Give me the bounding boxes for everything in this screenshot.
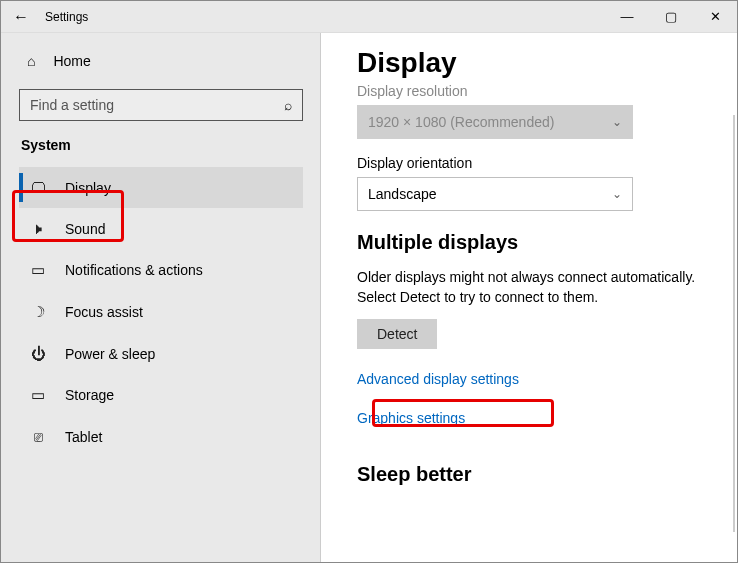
sidebar-home-label: Home [53,53,90,69]
sidebar-item-display[interactable]: 🖵 Display [19,167,303,208]
orientation-dropdown[interactable]: Landscape ⌄ [357,177,633,211]
sidebar-item-label: Focus assist [65,304,143,320]
sidebar: ⌂ Home ⌕ System 🖵 Display 🕨 Sound ▭ Noti… [1,33,321,562]
sleep-better-heading: Sleep better [357,463,709,486]
sidebar-item-storage[interactable]: ▭ Storage [19,374,303,416]
sidebar-item-sound[interactable]: 🕨 Sound [19,208,303,249]
resolution-label: Display resolution [357,83,709,99]
title-bar: ← Settings — ▢ ✕ [1,1,737,33]
search-input[interactable] [30,97,284,113]
graphics-settings-link[interactable]: Graphics settings [357,410,465,426]
sidebar-category: System [21,137,303,153]
multiple-displays-text: Older displays might not always connect … [357,268,709,307]
chevron-down-icon: ⌄ [612,187,622,201]
window-title: Settings [41,10,605,24]
display-icon: 🖵 [29,179,47,196]
resolution-dropdown[interactable]: 1920 × 1080 (Recommended) ⌄ [357,105,633,139]
minimize-button[interactable]: — [605,9,649,24]
power-icon: ⏻ [29,345,47,362]
sidebar-item-label: Power & sleep [65,346,155,362]
chevron-down-icon: ⌄ [612,115,622,129]
sidebar-item-label: Tablet [65,429,102,445]
advanced-display-link[interactable]: Advanced display settings [357,371,519,387]
sidebar-item-power-sleep[interactable]: ⏻ Power & sleep [19,333,303,374]
sidebar-item-notifications[interactable]: ▭ Notifications & actions [19,249,303,291]
close-button[interactable]: ✕ [693,9,737,24]
sidebar-item-focus-assist[interactable]: ☽ Focus assist [19,291,303,333]
sidebar-home[interactable]: ⌂ Home [23,47,303,75]
orientation-value: Landscape [368,186,437,202]
content-pane: Display Display resolution 1920 × 1080 (… [321,33,737,562]
orientation-label: Display orientation [357,155,709,171]
sidebar-item-label: Display [65,180,111,196]
home-icon: ⌂ [27,53,35,69]
sidebar-item-tablet[interactable]: ⎚ Tablet [19,416,303,457]
multiple-displays-heading: Multiple displays [357,231,709,254]
sound-icon: 🕨 [29,220,47,237]
detect-button[interactable]: Detect [357,319,437,349]
resolution-value: 1920 × 1080 (Recommended) [368,114,554,130]
page-title: Display [357,47,709,79]
maximize-button[interactable]: ▢ [649,9,693,24]
focus-icon: ☽ [29,303,47,321]
sidebar-item-label: Storage [65,387,114,403]
sidebar-item-label: Notifications & actions [65,262,203,278]
back-button[interactable]: ← [1,8,41,26]
search-box[interactable]: ⌕ [19,89,303,121]
storage-icon: ▭ [29,386,47,404]
notifications-icon: ▭ [29,261,47,279]
scrollbar[interactable] [733,115,735,532]
sidebar-item-label: Sound [65,221,105,237]
tablet-icon: ⎚ [29,428,47,445]
search-icon: ⌕ [284,97,292,113]
